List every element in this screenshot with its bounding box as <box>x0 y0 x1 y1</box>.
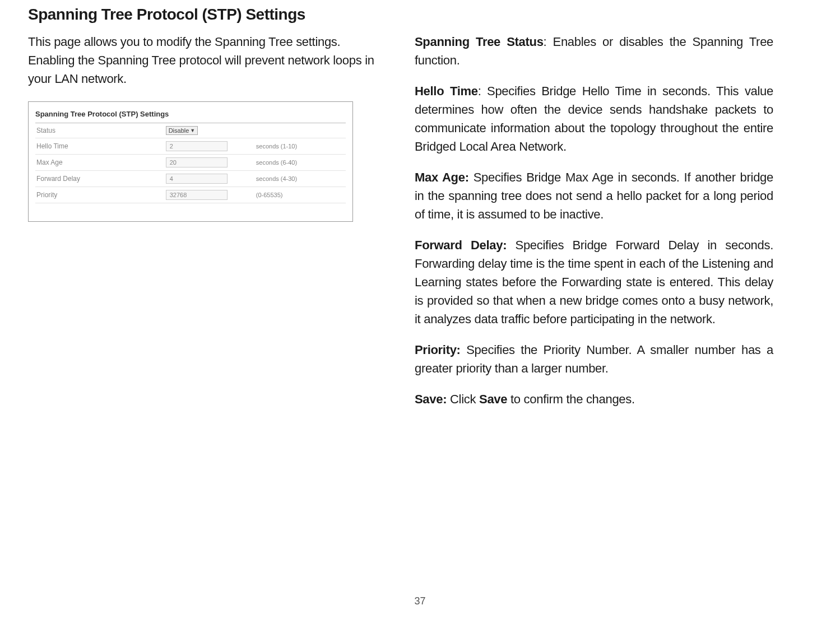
desc-save: Save: Click Save to confirm the changes. <box>415 390 773 408</box>
right-column: Spanning Tree Status: Enables or disable… <box>415 32 773 421</box>
forward-delay-input[interactable]: 4 <box>166 174 228 184</box>
forward-delay-hint: seconds (4-30) <box>253 175 346 182</box>
page-title: Spanning Tree Protocol (STP) Settings <box>28 6 812 24</box>
page-number: 37 <box>414 595 425 607</box>
desc-forward: Forward Delay: Specifies Bridge Forward … <box>415 236 773 328</box>
settings-row-priority: Priority 32768 (0-65535) <box>35 187 346 203</box>
settings-table: Status Disable ▼ Hello Time 2 <box>35 123 346 203</box>
desc-priority: Priority: Specifies the Priority Number.… <box>415 341 773 378</box>
desc-save-text-after: to confirm the changes. <box>507 392 635 406</box>
desc-maxage-text: Specifies Bridge Max Age in seconds. If … <box>415 170 773 221</box>
intro-paragraph: This page allows you to modify the Spann… <box>28 32 375 88</box>
desc-priority-term: Priority: <box>415 343 461 357</box>
settings-panel-heading: Spanning Tree Protocol (STP) Settings <box>35 106 346 123</box>
desc-maxage-term: Max Age: <box>415 170 469 184</box>
settings-row-status: Status Disable ▼ <box>35 123 346 138</box>
desc-maxage: Max Age: Specifies Bridge Max Age in sec… <box>415 168 773 223</box>
priority-input[interactable]: 32768 <box>166 190 228 200</box>
max-age-label: Max Age <box>35 159 166 166</box>
hello-time-label: Hello Time <box>35 142 166 150</box>
forward-delay-input-cell: 4 <box>166 174 253 184</box>
forward-delay-label: Forward Delay <box>35 175 166 183</box>
hello-time-input[interactable]: 2 <box>166 141 228 151</box>
settings-screenshot-inner: Spanning Tree Protocol (STP) Settings St… <box>30 103 351 220</box>
desc-hello: Hello Time: Specifies Bridge Hello Time … <box>415 82 773 156</box>
status-input-cell: Disable ▼ <box>166 126 253 135</box>
desc-forward-term: Forward Delay: <box>415 238 507 252</box>
settings-row-max-age: Max Age 20 seconds (6-40) <box>35 155 346 171</box>
hello-time-hint: seconds (1-10) <box>253 143 346 150</box>
desc-save-term2: Save <box>479 392 507 406</box>
desc-status-term: Spanning Tree Status <box>415 35 544 49</box>
status-select[interactable]: Disable ▼ <box>166 126 198 135</box>
status-label: Status <box>35 127 166 134</box>
priority-hint: (0-65535) <box>253 192 346 198</box>
desc-hello-term: Hello Time <box>415 84 478 98</box>
chevron-down-icon: ▼ <box>190 128 195 133</box>
max-age-hint: seconds (6-40) <box>253 159 346 166</box>
hello-time-input-cell: 2 <box>166 141 253 151</box>
content-columns: This page allows you to modify the Spann… <box>28 32 812 421</box>
priority-label: Priority <box>35 191 166 199</box>
settings-row-hello-time: Hello Time 2 seconds (1-10) <box>35 138 346 155</box>
status-select-value: Disable <box>169 127 189 134</box>
desc-save-text-before: Click <box>447 392 479 406</box>
desc-status: Spanning Tree Status: Enables or disable… <box>415 32 773 69</box>
settings-row-forward-delay: Forward Delay 4 seconds (4-30) <box>35 171 346 187</box>
desc-priority-text: Specifies the Priority Number. A smaller… <box>415 343 773 375</box>
max-age-input-cell: 20 <box>166 157 253 167</box>
priority-input-cell: 32768 <box>166 190 253 200</box>
desc-save-term: Save: <box>415 392 447 406</box>
settings-screenshot: Spanning Tree Protocol (STP) Settings St… <box>28 101 353 222</box>
max-age-input[interactable]: 20 <box>166 157 228 167</box>
left-column: This page allows you to modify the Spann… <box>28 32 375 421</box>
